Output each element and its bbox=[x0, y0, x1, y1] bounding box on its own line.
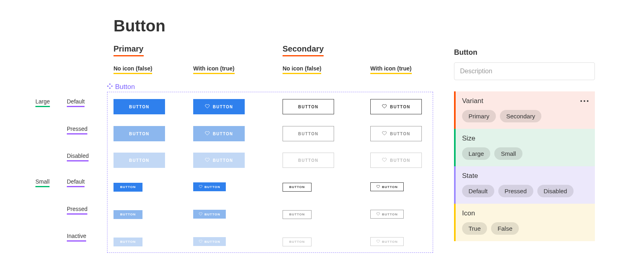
button-primary-large-default-icon[interactable]: BUTTON bbox=[193, 99, 245, 114]
button-label: BUTTON bbox=[390, 158, 410, 163]
button-label: BUTTON bbox=[129, 132, 149, 136]
heart-icon bbox=[205, 104, 210, 110]
heart-icon bbox=[199, 212, 202, 217]
property-group-size: Size Large Small bbox=[454, 129, 595, 166]
property-group-icon: Icon True False bbox=[454, 204, 595, 241]
state-label-disabled: Disabled bbox=[67, 153, 89, 161]
button-label: BUTTON bbox=[382, 185, 398, 189]
heart-icon bbox=[376, 212, 380, 217]
button-label: BUTTON bbox=[204, 185, 220, 189]
button-primary-small-default-icon[interactable]: BUTTON bbox=[193, 182, 226, 191]
button-label: BUTTON bbox=[289, 213, 305, 216]
state-label-pressed: Pressed bbox=[67, 126, 87, 134]
button-label: BUTTON bbox=[204, 213, 220, 216]
heart-icon bbox=[376, 185, 380, 189]
button-secondary-large-disabled-icon[interactable]: BUTTON bbox=[370, 153, 422, 168]
button-label: BUTTON bbox=[120, 213, 136, 216]
heart-icon bbox=[382, 104, 387, 110]
subheader-no-icon: No icon (false) bbox=[114, 65, 152, 74]
page-title: Button bbox=[114, 17, 165, 35]
button-label: BUTTON bbox=[120, 185, 136, 189]
property-pill[interactable]: False bbox=[491, 222, 519, 235]
properties-panel: Button Variant Primary Secondary Size La… bbox=[454, 48, 595, 241]
button-primary-small-inactive-icon[interactable]: BUTTON bbox=[193, 237, 226, 246]
more-menu-button[interactable] bbox=[580, 100, 588, 102]
property-group-state: State Default Pressed Disabled bbox=[454, 166, 595, 204]
button-secondary-small-default-icon[interactable]: BUTTON bbox=[370, 182, 404, 191]
button-label: BUTTON bbox=[213, 105, 233, 109]
button-label: BUTTON bbox=[120, 240, 136, 244]
column-header-secondary: Secondary bbox=[283, 44, 324, 56]
frame-label[interactable]: Button bbox=[107, 83, 135, 91]
button-primary-small-pressed-icon[interactable]: BUTTON bbox=[193, 210, 226, 219]
property-name: State bbox=[462, 172, 478, 180]
property-pill[interactable]: Disabled bbox=[537, 185, 574, 197]
button-secondary-large-default-icon[interactable]: BUTTON bbox=[370, 99, 422, 114]
button-label: BUTTON bbox=[213, 132, 233, 136]
state-label-default: Default bbox=[67, 178, 85, 187]
button-label: BUTTON bbox=[129, 158, 149, 163]
button-primary-large-disabled-icon[interactable]: BUTTON bbox=[193, 153, 245, 168]
property-pill[interactable]: True bbox=[462, 222, 487, 235]
property-group-variant: Variant Primary Secondary bbox=[454, 91, 595, 129]
button-primary-small-default[interactable]: BUTTON bbox=[114, 183, 142, 192]
property-pill[interactable]: Small bbox=[494, 147, 522, 160]
heart-icon bbox=[376, 240, 380, 244]
subheader-with-icon: With icon (true) bbox=[193, 65, 235, 74]
button-label: BUTTON bbox=[298, 158, 318, 163]
button-label: BUTTON bbox=[390, 105, 410, 109]
state-label-inactive: Inactive bbox=[67, 233, 86, 242]
button-label: BUTTON bbox=[390, 132, 410, 136]
panel-title: Button bbox=[454, 48, 595, 57]
heart-icon bbox=[199, 240, 202, 244]
property-name: Variant bbox=[462, 97, 483, 105]
button-primary-large-disabled[interactable]: BUTTON bbox=[114, 153, 165, 168]
button-secondary-small-pressed-icon[interactable]: BUTTON bbox=[370, 210, 404, 219]
component-frame[interactable] bbox=[107, 92, 433, 253]
property-name: Size bbox=[462, 134, 475, 143]
button-label: BUTTON bbox=[382, 213, 398, 216]
button-secondary-small-default[interactable]: BUTTON bbox=[283, 183, 312, 192]
state-label-pressed: Pressed bbox=[67, 206, 87, 215]
button-primary-large-pressed-icon[interactable]: BUTTON bbox=[193, 126, 245, 141]
button-label: BUTTON bbox=[382, 240, 398, 244]
size-label-large: Large bbox=[35, 98, 50, 107]
heart-icon bbox=[382, 157, 387, 163]
button-secondary-large-default[interactable]: BUTTON bbox=[283, 99, 334, 114]
button-label: BUTTON bbox=[298, 105, 318, 109]
button-secondary-small-inactive[interactable]: BUTTON bbox=[283, 238, 312, 246]
state-label-default: Default bbox=[67, 98, 85, 107]
button-label: BUTTON bbox=[289, 240, 305, 244]
button-label: BUTTON bbox=[204, 240, 220, 244]
button-primary-large-default[interactable]: BUTTON bbox=[114, 99, 165, 114]
property-pill[interactable]: Default bbox=[462, 185, 494, 197]
property-pill[interactable]: Pressed bbox=[498, 185, 533, 197]
component-icon bbox=[107, 83, 113, 91]
description-input[interactable] bbox=[454, 62, 595, 80]
button-primary-large-pressed[interactable]: BUTTON bbox=[114, 126, 165, 141]
heart-icon bbox=[205, 157, 210, 163]
property-pill[interactable]: Primary bbox=[462, 110, 496, 122]
button-secondary-large-pressed-icon[interactable]: BUTTON bbox=[370, 126, 422, 141]
heart-icon bbox=[382, 131, 387, 136]
button-label: BUTTON bbox=[298, 132, 318, 136]
column-header-primary: Primary bbox=[114, 44, 144, 56]
property-pill[interactable]: Secondary bbox=[500, 110, 542, 122]
button-label: BUTTON bbox=[213, 158, 233, 163]
heart-icon bbox=[205, 131, 210, 136]
size-label-small: Small bbox=[35, 178, 50, 187]
subheader-no-icon: No icon (false) bbox=[283, 65, 321, 74]
button-primary-small-pressed[interactable]: BUTTON bbox=[114, 210, 142, 219]
button-secondary-large-disabled[interactable]: BUTTON bbox=[283, 153, 334, 168]
subheader-with-icon: With icon (true) bbox=[370, 65, 412, 74]
button-secondary-small-inactive-icon[interactable]: BUTTON bbox=[370, 237, 404, 246]
button-secondary-large-pressed[interactable]: BUTTON bbox=[283, 126, 334, 141]
button-primary-small-inactive[interactable]: BUTTON bbox=[114, 238, 142, 246]
property-pill[interactable]: Large bbox=[462, 147, 490, 160]
button-label: BUTTON bbox=[129, 105, 149, 109]
frame-label-text: Button bbox=[115, 83, 135, 91]
button-label: BUTTON bbox=[289, 185, 305, 189]
heart-icon bbox=[199, 185, 202, 189]
button-secondary-small-pressed[interactable]: BUTTON bbox=[283, 210, 312, 219]
property-name: Icon bbox=[462, 209, 475, 217]
